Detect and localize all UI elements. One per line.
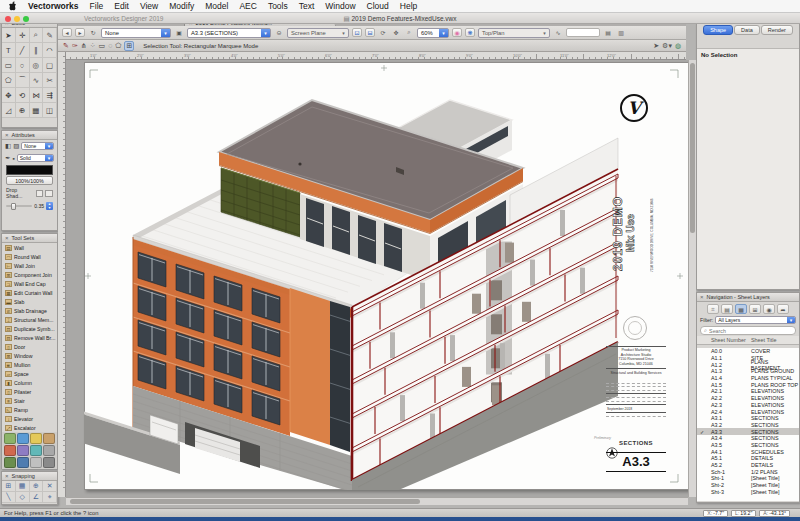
pen-mode2-icon[interactable]: ✑ [72,42,78,50]
snap-tangent[interactable]: ∠ [30,492,44,503]
toolset-category-4[interactable] [4,445,16,456]
snap-object[interactable]: ▦ [16,481,30,492]
active-layer-dropdown[interactable]: A3.3 (SECTIONS)▾ [187,28,271,38]
tool-arc-tool[interactable]: ◠ [43,43,57,58]
menu-tools[interactable]: Tools [268,1,288,11]
toolset-pilaster[interactable]: ▯Pilaster [2,387,57,396]
sheet-row-A4.1[interactable]: A4.1SCHEDULES [697,448,799,455]
sheet-row-A3.2[interactable]: A3.2SECTIONS [697,422,799,429]
toolset-category-2[interactable] [30,433,42,444]
tool-clip-tool[interactable]: ◫ [43,103,57,118]
tool-text-tool[interactable]: T [2,43,16,58]
menu-help[interactable]: Help [400,1,417,11]
sheet-row-A5.2[interactable]: A5.2DETAILS [697,462,799,469]
fill-bucket-icon[interactable]: ◧ [5,142,11,150]
chevron-down-icon[interactable]: ▾ [45,155,53,161]
sheet-row-A1.4[interactable]: A1.4PLANS TYPICAL [697,375,799,382]
tool-rounded-rect-tool[interactable]: ▢ [43,58,57,73]
render-flower-icon[interactable]: ❋ [465,28,475,37]
render-globe-icon[interactable]: ◍ [675,42,681,50]
sheet-row-A3.5[interactable]: A3.5SECTIONS [697,442,799,449]
toolset-remove-wall-br-[interactable]: ⊟Remove Wall Br... [2,333,57,342]
toolset-category-5[interactable] [17,445,29,456]
grid-mode-icon[interactable]: ⊞ [124,41,134,51]
toolset-mullion[interactable]: ≣Mullion [2,360,57,369]
dots-mode-icon[interactable]: ⁘ [90,42,96,50]
tool-offset-tool[interactable]: ⇶ [43,88,57,103]
saved-views-icon[interactable]: ⌗ [707,304,719,314]
filter-dropdown[interactable]: All Layers▾ [715,316,796,324]
fill-color-swatch[interactable] [6,165,53,175]
drop-shadow-settings[interactable] [45,190,53,197]
gear-icon[interactable]: ⚙▾ [662,42,672,50]
active-plane-dropdown[interactable]: Screen Plane▾ [287,28,349,38]
chevron-down-icon[interactable]: ▾ [339,29,348,37]
toolset-round-wall[interactable]: ◠Round Wall [2,252,57,261]
chevron-down-icon[interactable]: ▾ [787,317,795,323]
snapping-palette-header[interactable]: ×Snapping [2,472,57,481]
toolset-wall-join[interactable]: ⊢Wall Join [2,261,57,270]
pen-mode-icon[interactable]: ✎ [63,42,69,50]
toolset-category-7[interactable] [43,445,55,456]
menu-cloud[interactable]: Cloud [367,1,389,11]
toolset-ramp[interactable]: ◺Ramp [2,405,57,414]
toolset-slab[interactable]: ▬Slab [2,297,57,306]
close-icon[interactable]: × [700,294,704,300]
snap-intersection[interactable]: ✕ [43,481,57,492]
tool-sets-palette-header[interactable]: ×Tool Sets [2,234,57,243]
back-view-button[interactable]: ◂ [62,28,72,37]
sheet-row-A1.5[interactable]: A1.5PLANS ROOF TOP [697,381,799,388]
building-section-drawing[interactable]: Preliminary [84,62,688,490]
toolset-space[interactable]: ▱Space [2,369,57,378]
toolset-category-1[interactable] [17,433,29,444]
toolset-door[interactable]: ▯Door [2,342,57,351]
scrollbar-thumb[interactable] [70,499,420,504]
design-layers-icon[interactable]: ▤ [721,304,733,314]
sheet-row-A3.4[interactable]: A3.4SECTIONS [697,435,799,442]
marquee-mode-icon[interactable]: ▭ [99,42,106,50]
fill-pattern-icon[interactable]: ▨ [13,142,19,150]
layer-options-icon[interactable]: ▣ [174,28,184,37]
flyover-icon[interactable]: ⟳ [378,28,388,37]
zoom-level-dropdown[interactable]: 60%▾ [417,28,449,38]
tab-data[interactable]: Data [734,25,760,35]
toolset-component-join[interactable]: ⊞Component Join [2,270,57,279]
toolset-window[interactable]: ⊞Window [2,351,57,360]
tool-free-edit-tool[interactable]: ✎ [43,28,57,43]
toolset-category-8[interactable] [4,457,16,468]
slider-thumb[interactable] [11,203,16,210]
snap-distance[interactable]: ╲ [2,492,16,503]
horizontal-scrollbar[interactable] [66,497,688,505]
sheet-row-A2.2[interactable]: A2.2ELEVATIONS [697,395,799,402]
sheet-grid-icon[interactable]: ▥ [616,28,626,37]
chevron-down-icon[interactable]: ▾ [540,29,549,37]
toolset-category-6[interactable] [30,445,42,456]
toolset-category-10[interactable] [30,457,42,468]
close-icon[interactable]: × [5,132,9,138]
toolset-duplicate-symb-[interactable]: ⊡Duplicate Symb... [2,324,57,333]
toolset-escalator[interactable]: ⤢Escalator [2,423,57,432]
menu-vectorworks[interactable]: Vectorworks [28,1,79,11]
opacity-button[interactable]: 100%/100% [6,176,53,185]
toolset-wall[interactable]: ▤Wall [2,243,57,252]
stepper-control[interactable]: ▴▾ [46,202,53,210]
sheet-row-A1.2[interactable]: A1.2PLANS BASEMENT [697,361,799,368]
viewports-icon[interactable]: ⊞ [749,304,761,314]
classes-icon[interactable]: ◉ [763,304,775,314]
tool-oval-tool[interactable]: ◎ [30,58,44,73]
tool-attribute-tool[interactable]: ⊕ [16,103,30,118]
tool-polygon-tool[interactable]: ⬠ [2,73,16,88]
tab-render[interactable]: Render [761,25,793,35]
lasso-mode-icon[interactable]: ◌ [108,42,112,49]
sheet-row-Sht-1[interactable]: Sht-1[Sheet Title] [697,475,799,482]
current-view-dropdown[interactable]: Top/Plan▾ [478,28,550,38]
close-icon[interactable]: × [5,473,9,479]
save-view-icon[interactable]: ⊡ [352,28,362,37]
snap-grid[interactable]: ⊞ [2,481,16,492]
tool-fillet-tool[interactable]: ◿ [2,103,16,118]
line-weight-slider[interactable] [6,205,32,207]
menu-window[interactable]: Window [325,1,355,11]
squiggle-icon[interactable]: ∿ [553,28,563,37]
tool-scissors-tool[interactable]: ✂ [43,73,57,88]
vertical-scrollbar[interactable] [688,60,696,497]
